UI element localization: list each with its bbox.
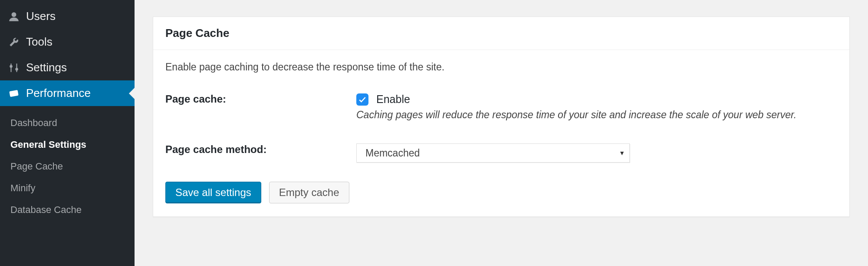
label-cache-method: Page cache method: [165,143,356,156]
cache-method-value: Memcached [365,147,420,159]
svg-point-0 [12,12,16,17]
svg-point-4 [16,68,17,70]
sidebar-item-label: Users [26,10,56,23]
submenu-item-dashboard[interactable]: Dashboard [0,112,135,134]
row-cache-method: Page cache method: Memcached ▼ [165,143,837,163]
page-cache-panel: Page Cache Enable page caching to decrea… [153,17,850,217]
cache-method-select[interactable]: Memcached ▼ [356,143,630,163]
label-page-cache: Page cache: [165,93,356,105]
wrench-icon [8,36,20,48]
submenu-item-general-settings[interactable]: General Settings [0,134,135,156]
submenu-item-page-cache[interactable]: Page Cache [0,156,135,177]
panel-title: Page Cache [153,17,849,50]
svg-point-3 [10,65,12,67]
save-all-settings-button[interactable]: Save all settings [165,182,261,203]
svg-rect-5 [9,90,18,96]
empty-cache-button[interactable]: Empty cache [269,182,349,203]
sidebar-item-label: Tools [26,35,53,49]
sliders-icon [8,62,20,74]
sidebar-item-tools[interactable]: Tools [0,29,135,55]
enable-checkbox[interactable] [356,93,368,106]
performance-icon [8,87,20,100]
submenu-item-database-cache[interactable]: Database Cache [0,199,135,221]
sidebar-item-performance[interactable]: Performance [0,80,135,106]
check-icon [358,95,367,104]
chevron-down-icon: ▼ [619,150,625,156]
user-icon [8,10,20,23]
sidebar-item-label: Settings [26,61,67,74]
enable-label: Enable [376,93,410,106]
sidebar-item-settings[interactable]: Settings [0,55,135,80]
sidebar-item-label: Performance [26,86,91,100]
sidebar-item-users[interactable]: Users [0,3,135,29]
enable-help-text: Caching pages will reduce the response t… [356,109,837,121]
admin-sidebar: Users Tools Settings Performance Dashboa… [0,0,135,266]
row-page-cache: Page cache: Enable Caching pages will re… [165,93,837,121]
submenu-item-minify[interactable]: Minify [0,177,135,199]
main-content: Page Cache Enable page caching to decrea… [135,0,868,266]
sidebar-submenu: Dashboard General Settings Page Cache Mi… [0,106,135,221]
panel-description: Enable page caching to decrease the resp… [165,61,837,73]
